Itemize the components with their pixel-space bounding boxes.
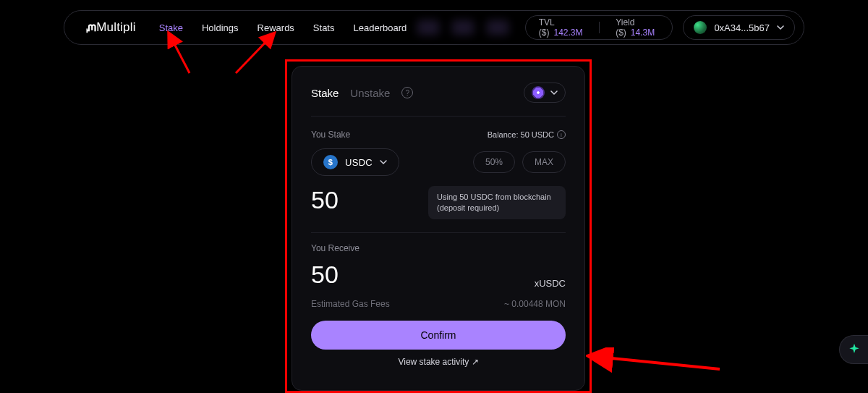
balance-label: Balance: 50 USDC i [488, 130, 566, 139]
spark-icon [847, 342, 861, 357]
floating-action-button[interactable] [839, 335, 868, 364]
brand-text: Multipli [96, 20, 136, 35]
stake-amount-input[interactable]: 50 [311, 186, 339, 214]
asset-symbol: USDC [345, 157, 373, 168]
gas-label: Estimated Gas Fees [311, 299, 390, 309]
blurred-mini-stats: ——— [407, 14, 519, 41]
wallet-button[interactable]: 0xA34...5b67 [683, 15, 795, 40]
you-receive-label: You Receive [311, 243, 359, 253]
yield-value: 14.3M [631, 28, 655, 38]
receive-amount: 50 [311, 261, 339, 289]
nav-stake[interactable]: Stake [159, 22, 183, 33]
nav-rewards[interactable]: Rewards [258, 22, 294, 33]
deposit-tooltip: Using 50 USDC from blockchain (deposit r… [428, 186, 566, 219]
svg-line-2 [590, 356, 720, 369]
tvl-label: TVL ($)142.3M [539, 17, 584, 38]
tabs-row: Stake Unstake ? [311, 83, 566, 117]
top-nav: ᘻMultipli Stake Holdings Rewards Stats L… [64, 10, 804, 45]
yield-label: Yield ($)14.3M [616, 17, 659, 38]
network-picker[interactable] [524, 83, 566, 103]
chevron-down-icon [550, 89, 558, 96]
network-icon [532, 86, 545, 99]
nav-holdings[interactable]: Holdings [202, 22, 239, 33]
wallet-avatar-icon [694, 21, 707, 34]
pct-max-button[interactable]: MAX [522, 151, 566, 173]
nav-stats[interactable]: Stats [313, 22, 335, 33]
brand-logo: ᘻMultipli [86, 20, 136, 35]
usdc-icon: $ [323, 155, 338, 169]
nav-leaderboard[interactable]: Leaderboard [353, 22, 407, 33]
tvl-value: 142.3M [553, 28, 582, 38]
wallet-address: 0xA34...5b67 [714, 22, 770, 33]
view-stake-activity-link[interactable]: View stake activity ↗ [311, 357, 566, 367]
info-icon[interactable]: i [557, 130, 566, 139]
stake-card: Stake Unstake ? You Stake Balance: 50 US… [292, 66, 585, 391]
tab-stake[interactable]: Stake [311, 87, 339, 99]
annotation-highlight-box: Stake Unstake ? You Stake Balance: 50 US… [285, 59, 592, 393]
you-stake-label: You Stake [311, 130, 350, 140]
receive-symbol: xUSDC [535, 278, 566, 289]
annotation-arrow-confirm [586, 347, 723, 376]
tvl-yield-pill: TVL ($)142.3M Yield ($)14.3M [525, 15, 673, 40]
confirm-button[interactable]: Confirm [311, 321, 566, 350]
help-icon[interactable]: ? [401, 87, 413, 98]
pct-50-button[interactable]: 50% [473, 151, 515, 173]
chevron-down-icon [380, 159, 387, 166]
chevron-down-icon [777, 24, 784, 31]
asset-picker[interactable]: $ USDC [311, 148, 399, 176]
nav-links: Stake Holdings Rewards Stats Leaderboard [159, 22, 407, 33]
tab-unstake[interactable]: Unstake [350, 87, 390, 99]
gas-value: ~ 0.00448 MON [504, 299, 566, 309]
